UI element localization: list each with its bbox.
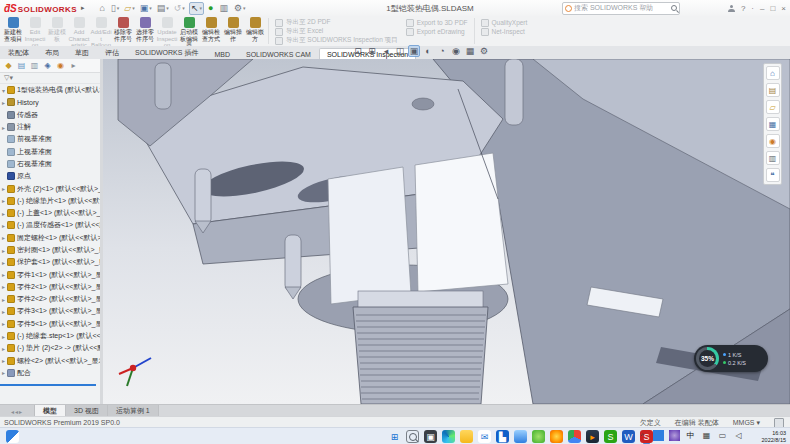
save-icon[interactable]: ▣ ▾ [139,3,153,14]
file-properties-icon[interactable]: ▥ [218,3,230,14]
search-icon[interactable] [671,5,677,11]
tray-expand-icon[interactable]: ^ [637,430,648,441]
tree-item[interactable]: ▸ (-) 绝缘套.step<1> (默认<<默认> [0,330,100,342]
menu-expand-arrow-icon[interactable]: ▸ [81,4,85,12]
word-app-icon[interactable]: W [622,430,635,443]
model-white-face-left[interactable] [328,167,411,304]
screen-recorder-icon[interactable]: ▸ [586,430,599,443]
export-button[interactable]: QualityXpert [481,18,528,27]
expand-caret-icon[interactable]: ▸ [0,283,7,290]
dimxpertmanager-tab-icon[interactable]: ◈ [42,60,53,71]
ribbon-button[interactable]: 编辑检查方式 [200,16,222,42]
tree-item[interactable]: ▸ 零件2<1> (默认<<默认>_显示状 [0,281,100,293]
command-tab[interactable]: SOLIDWORKS CAM [238,48,319,59]
minimize-button[interactable]: – [760,4,764,13]
antivirus-icon[interactable] [532,430,545,443]
panel-tab-overflow-icon[interactable]: ▸ [68,60,79,71]
view-orientation-icon[interactable]: ▣ [408,45,420,57]
select-icon[interactable]: ↖ ▾ [189,2,204,15]
start-button[interactable]: ⊞ [388,430,401,443]
new-document-icon[interactable]: ▯ ▾ [110,3,120,14]
command-tab[interactable]: 装配体 [0,45,37,59]
help-button[interactable]: ? [741,4,745,13]
firefox-icon[interactable] [550,430,563,443]
expand-caret-icon[interactable]: ▸ [0,345,7,352]
displaymanager-tab-icon[interactable]: ◉ [55,60,66,71]
search-button[interactable] [406,430,419,443]
export-button[interactable]: Export eDrawing [406,27,468,36]
display-style-icon[interactable]: ◐ [422,45,434,57]
tree-item[interactable]: ▸ History [0,96,100,108]
device-icon[interactable]: ▭ [717,430,728,441]
ribbon-button[interactable]: 选择零件序号 [134,16,156,42]
volume-icon[interactable]: ◁ [733,430,744,441]
tree-item[interactable]: ▸ 零件5<1> (默认<<默认>_显示状态 [0,318,100,330]
chrome-icon[interactable] [568,430,581,443]
view-settings-icon[interactable]: ⚙ [478,45,490,57]
export-button[interactable]: 导出至 SOLIDWORKS Inspection 项目 [275,36,398,45]
store-icon[interactable]: ▙ [496,430,509,443]
expand-caret-icon[interactable]: ▸ [0,357,7,364]
tree-item[interactable]: ▸ 固定螺栓<1> (默认<<默认>_显示 [0,232,100,244]
appearances-icon[interactable]: ◉ [766,134,780,148]
expand-caret-icon[interactable]: ▸ [0,259,7,266]
restore-button[interactable]: □ [770,4,775,13]
tree-root[interactable]: ▾ 1型铠装热电偶 (默认<默认>_显示状态-1 [0,84,100,96]
expand-caret-icon[interactable]: ▸ [0,333,7,340]
ime-ball-icon[interactable] [669,430,680,441]
tree-item[interactable]: ▸ 外壳 (2)<1> (默认<<默认>_显示状 [0,182,100,194]
zoom-area-icon[interactable]: ⊞ [366,45,378,57]
sign-in-icon[interactable] [728,5,735,12]
taskbar-clock[interactable]: 16:03 2022/8/15 [762,430,786,443]
expand-caret-icon[interactable]: ▸ [0,124,7,131]
home-icon[interactable]: ⌂ [98,3,106,14]
previous-view-icon[interactable]: ◂ [380,45,392,57]
ribbon-button[interactable]: Add Characteristic [68,16,90,49]
performance-overlay-widget[interactable]: 35% 1 K/S 0.2 K/S [694,345,768,372]
tree-item[interactable]: ▸ 零件2<2> (默认<<默认>_显示状 [0,293,100,305]
search-input[interactable]: 搜索 SOLIDWORKS 帮助 [562,2,680,15]
tree-item[interactable]: 前视基准面 [0,133,100,145]
expand-caret-icon[interactable]: ▸ [0,185,7,192]
widgets-button[interactable] [6,430,19,443]
mail-icon[interactable]: ✉ [478,430,491,443]
apply-scene-icon[interactable]: ▦ [464,45,476,57]
design-library-icon[interactable]: ▤ [766,83,780,97]
tree-item[interactable]: 传感器 [0,109,100,121]
tree-item[interactable]: ▸ (-) 温度传感器<1> (默认<<默认>_ [0,219,100,231]
ribbon-button[interactable]: 移除零件序号 [112,16,134,42]
rollback-bar[interactable] [0,384,96,386]
tree-item[interactable]: 上视基准面 [0,145,100,157]
model-threaded-stud[interactable] [353,307,488,404]
print-icon[interactable]: ▤ ▾ [156,3,170,14]
expand-caret-icon[interactable]: ▸ [0,369,7,376]
view-palette-icon[interactable]: ▦ [766,117,780,131]
tree-item[interactable]: ▸ 配合 [0,367,100,379]
expand-caret-icon[interactable]: ▸ [0,99,7,106]
model-white-face-right[interactable] [415,153,508,292]
command-tab[interactable]: 布局 [37,45,67,59]
open-icon[interactable]: ▱ ▾ [123,3,135,14]
undo-icon[interactable]: ↺ ▾ [173,3,186,14]
model-stud-sleeve[interactable] [358,291,483,309]
export-button[interactable]: 导出至 Excel [275,27,398,36]
tree-item[interactable]: 原点 [0,170,100,182]
edge-browser-icon[interactable] [442,430,455,443]
tree-item[interactable]: ▸ (-) 绝缘垫片<1> (默认<<默认>_显示状 [0,195,100,207]
expand-caret-icon[interactable]: ▸ [0,210,7,217]
export-button[interactable]: Export to 3D PDF [406,18,468,27]
expand-caret-icon[interactable]: ▸ [0,296,7,303]
tree-item[interactable]: ▸ 螺栓<2> (默认<<默认>_显示状态 [0,355,100,367]
wps-icon[interactable]: S [604,430,617,443]
cloud-app-icon[interactable] [514,430,527,443]
export-button[interactable]: Net-Inspect [481,27,528,36]
units-selector[interactable]: MMGS ▾ [733,419,760,427]
tree-item[interactable]: ▸ (-) 上盖<1> (默认<<默认>_显示状 [0,207,100,219]
zoom-fit-icon[interactable]: ⊡ [352,45,364,57]
tree-filter[interactable]: ▽ ▾ [0,73,100,84]
command-tab[interactable]: 草图 [67,45,97,59]
tree-item[interactable]: ▸ 注解 [0,121,100,133]
help-caret[interactable]: · [751,4,754,13]
tree-item[interactable]: 右视基准面 [0,158,100,170]
tree-item[interactable]: ▸ 零件1<1> (默认<<默认>_显示状态 [0,268,100,280]
